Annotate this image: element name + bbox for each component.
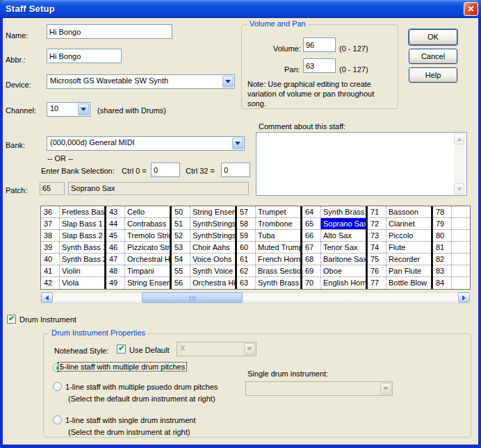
ctrl0-input[interactable] (151, 163, 180, 177)
chevron-down-icon[interactable] (232, 138, 243, 149)
patch-cell[interactable]: 51SynthStrings (172, 218, 235, 230)
patch-cell[interactable]: 43Cello (106, 206, 170, 218)
patch-cell[interactable]: 66Alto Sax (302, 230, 366, 242)
patch-cell[interactable]: 45Tremolo Strin (106, 230, 170, 242)
abbr-input[interactable] (47, 49, 122, 63)
volume-range: (0 - 127) (339, 44, 368, 53)
radio-1line-pseudo[interactable] (53, 382, 62, 391)
name-input[interactable] (47, 24, 172, 39)
patch-cell[interactable]: 38Slap Bass 2 (41, 230, 104, 242)
ctrl32-input[interactable] (221, 163, 250, 177)
scrollbar-thumb[interactable] (142, 292, 243, 303)
patch-cell[interactable]: 69Oboe (302, 265, 366, 277)
window-title: Staff Setup (6, 3, 55, 14)
device-combobox[interactable]: Microsoft GS Wavetable SW Synth (47, 74, 235, 89)
volume-input[interactable] (303, 38, 336, 52)
patch-name: SynthStrings (190, 218, 235, 229)
patch-cell[interactable]: 84 (433, 277, 471, 289)
scroll-up-icon[interactable] (454, 133, 464, 144)
patch-cell[interactable]: 37Slap Bass 1 (41, 218, 104, 230)
patch-number: 39 (41, 242, 59, 253)
patch-cell[interactable]: 52SynthStrings (172, 230, 235, 242)
patch-cell[interactable]: 79 (433, 218, 471, 230)
comment-scrollbar[interactable] (454, 133, 466, 194)
close-icon[interactable]: ✕ (464, 2, 478, 16)
patch-number: 57 (237, 206, 255, 217)
patch-cell[interactable]: 49String Ensem (106, 277, 170, 289)
patch-name: Synth Brass (320, 206, 366, 217)
patch-number: 66 (302, 230, 320, 241)
patch-cell[interactable]: 54Voice Oohs (172, 254, 235, 265)
patch-name: Muted Trump (255, 242, 300, 253)
patch-cell[interactable]: 78 (433, 206, 471, 218)
scroll-right-icon[interactable] (458, 292, 470, 303)
cancel-button[interactable]: Cancel (409, 49, 457, 64)
help-button[interactable]: Help (409, 67, 457, 83)
patch-name (451, 218, 471, 229)
patch-cell[interactable]: 65Soprano Sax (302, 218, 366, 230)
channel-combobox[interactable]: 10 (47, 102, 90, 117)
patch-cell[interactable]: 60Muted Trump (237, 242, 300, 254)
patch-cell[interactable]: 59Tuba (237, 230, 300, 242)
patch-cell[interactable]: 83 (433, 265, 471, 277)
patch-cell[interactable]: 36Fretless Bas (41, 206, 104, 218)
patch-cell[interactable]: 81 (433, 242, 471, 254)
patch-cell[interactable]: 72Clarinet (368, 218, 431, 230)
patch-number: 84 (433, 277, 451, 289)
radio-1line-single[interactable] (53, 415, 62, 424)
patch-cell[interactable]: 47Orchestral H (106, 254, 170, 265)
scroll-down-icon[interactable] (454, 183, 464, 194)
chevron-down-icon[interactable] (78, 103, 89, 115)
patch-cell[interactable]: 80 (433, 230, 471, 242)
patch-cell[interactable]: 57Trumpet (237, 206, 300, 218)
pan-input[interactable] (303, 58, 336, 73)
title-bar[interactable]: Staff Setup ✕ (0, 0, 481, 18)
patch-cell[interactable]: 76Pan Flute (368, 265, 431, 277)
radio-1line-pseudo-label[interactable]: 1-line staff with multiple psuedo drum p… (65, 383, 218, 391)
patch-cell[interactable]: 67Tenor Sax (302, 242, 366, 254)
patch-cell[interactable]: 55Synth Voice (172, 265, 235, 277)
abbr-label: Abbr.: (6, 56, 26, 64)
patch-cell[interactable]: 63Synth Brass (237, 277, 300, 289)
comment-textarea[interactable] (256, 132, 467, 196)
patch-cell[interactable]: 75Recorder (368, 254, 431, 265)
patch-cell[interactable]: 68Baritone Sax (302, 254, 366, 265)
patch-cell[interactable]: 77Bottle Blow (368, 277, 431, 289)
patch-number: 64 (302, 206, 320, 217)
patch-cell[interactable]: 48Timpani (106, 265, 170, 277)
patch-cell[interactable]: 40Synth Bass 2 (41, 254, 104, 265)
patch-number: 45 (106, 230, 124, 241)
patch-cell[interactable]: 70English Horn (302, 277, 366, 289)
radio-1line-single-label[interactable]: 1-line staff with single drum instrument (65, 416, 196, 424)
radio-5line-multiple-label[interactable]: 5-line staff with multiple drum pitches (58, 363, 186, 371)
patch-cell[interactable]: 44Contrabass (106, 218, 170, 230)
patch-cell[interactable]: 82 (433, 254, 471, 265)
patch-cell[interactable]: 53Choir Aahs (172, 242, 235, 254)
patch-cell[interactable]: 64Synth Brass (302, 206, 366, 218)
patch-cell[interactable]: 56Orchestra Hit (172, 277, 235, 289)
patch-table[interactable]: 36Fretless Bas37Slap Bass 138Slap Bass 2… (40, 206, 471, 290)
scroll-left-icon[interactable] (41, 292, 53, 303)
patch-name: SynthStrings (190, 230, 235, 241)
drum-instrument-checkbox[interactable]: ✔ (7, 315, 16, 324)
patch-cell[interactable]: 61French Horn (237, 254, 300, 265)
patch-cell[interactable]: 50String Ensem (172, 206, 235, 218)
patch-cell[interactable]: 58Trombone (237, 218, 300, 230)
ok-button[interactable]: OK (409, 29, 457, 45)
chevron-down-icon[interactable] (222, 76, 234, 88)
patch-cell[interactable]: 41Violin (41, 265, 104, 277)
drum-properties-group: Drum Instrument Properties Notehead Styl… (43, 333, 471, 438)
patch-cell[interactable]: 73Piccolo (368, 230, 431, 242)
patch-cell[interactable]: 62Brass Sectio (237, 265, 300, 277)
patch-name: Timpani (124, 265, 170, 276)
patch-name (451, 265, 471, 276)
patch-cell[interactable]: 46Pizzicato Stri (106, 242, 170, 254)
patch-cell[interactable]: 71Bassoon (368, 206, 431, 218)
patch-cell[interactable]: 39Synth Bass 1 (41, 242, 104, 254)
patch-cell[interactable]: 42Viola (41, 277, 104, 289)
patch-number: 81 (433, 242, 451, 253)
patch-table-scrollbar[interactable] (40, 292, 471, 304)
use-default-checkbox[interactable]: ✔ (117, 345, 126, 354)
patch-cell[interactable]: 74Flute (368, 242, 431, 254)
bank-combobox[interactable]: (000,000d) General MIDI (47, 136, 245, 151)
